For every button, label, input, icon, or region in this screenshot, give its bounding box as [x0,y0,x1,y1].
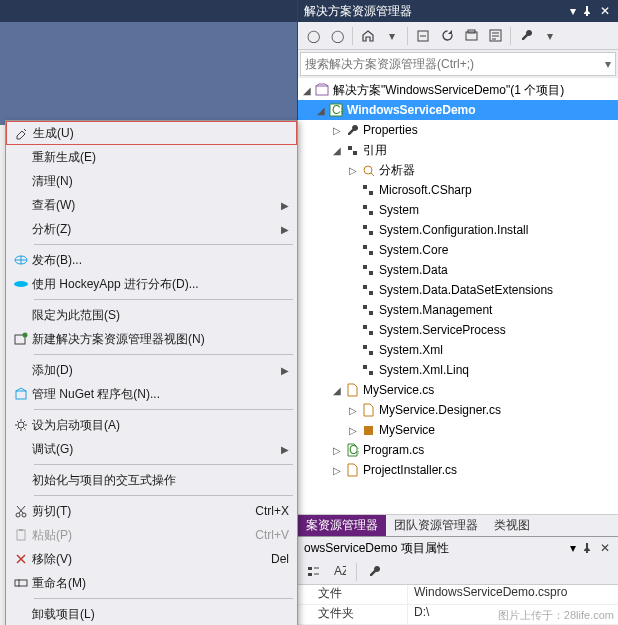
categorize-icon[interactable] [302,561,324,583]
menu-add[interactable]: 添加(D)▶ [6,358,297,382]
menu-scope[interactable]: 限定为此范围(S) [6,303,297,327]
menu-separator [34,299,293,300]
tab-team-explorer[interactable]: 团队资源管理器 [386,515,486,536]
rename-icon [10,573,32,593]
pin-icon[interactable] [580,541,594,555]
solution-node[interactable]: ◢解决方案"WindowsServiceDemo"(1 个项目) [298,80,618,100]
reference-item[interactable]: System.ServiceProcess [298,320,618,340]
reference-item[interactable]: System.Data.DataSetExtensions [298,280,618,300]
expander-icon[interactable]: ▷ [330,445,344,456]
file-node[interactable]: ▷ProjectInstaller.cs [298,460,618,480]
menu-interactive[interactable]: 初始化与项目的交互式操作 [6,468,297,492]
close-icon[interactable]: ✕ [598,541,612,555]
reference-item[interactable]: System.Xml [298,340,618,360]
menu-view[interactable]: 查看(W)▶ [6,193,297,217]
nuget-icon [10,384,32,404]
expander-icon[interactable]: ▷ [346,405,360,416]
reference-item[interactable]: System.Configuration.Install [298,220,618,240]
expander-icon[interactable]: ◢ [300,85,314,96]
svg-rect-16 [369,231,373,235]
svg-text:C#: C# [349,443,359,457]
properties-title: owsServiceDemo 项目属性 [304,540,566,557]
menu-rename[interactable]: 重命名(M) [6,571,297,595]
tab-solution-explorer[interactable]: 案资源管理器 [298,515,386,536]
showall-icon[interactable] [460,25,482,47]
reference-icon [360,342,376,358]
menu-hockeyapp[interactable]: 使用 HockeyApp 进行分布(D)... [6,272,297,296]
properties-icon[interactable] [484,25,506,47]
analyzer-node[interactable]: ▷分析器 [298,160,618,180]
menu-clean[interactable]: 清理(N) [6,169,297,193]
tab-class-view[interactable]: 类视图 [486,515,538,536]
menu-unload[interactable]: 卸载项目(L) [6,602,297,625]
forward-icon[interactable]: ◯ [326,25,348,47]
menu-separator [34,598,293,599]
menu-analyze[interactable]: 分析(Z)▶ [6,217,297,241]
property-key: 文件夹 [298,605,408,624]
build-icon [11,123,33,143]
wrench-icon[interactable] [363,561,385,583]
dropdown-icon[interactable]: ▾ [539,25,561,47]
pin-icon[interactable] [580,4,594,18]
menu-nuget[interactable]: 管理 NuGet 程序包(N)... [6,382,297,406]
separator [407,27,408,45]
collapse-icon[interactable] [412,25,434,47]
menu-publish[interactable]: 发布(B)... [6,248,297,272]
class-icon [360,422,376,438]
reference-icon [360,242,376,258]
refresh-icon[interactable] [436,25,458,47]
svg-rect-17 [363,245,367,249]
home-icon[interactable] [357,25,379,47]
wrench-icon[interactable] [515,25,537,47]
menu-rebuild[interactable]: 重新生成(E) [6,145,297,169]
menu-debug[interactable]: 调试(G)▶ [6,437,297,461]
expander-icon[interactable]: ▷ [346,425,360,436]
svg-rect-29 [363,365,367,369]
dropdown-icon[interactable]: ▾ [570,541,576,555]
project-node[interactable]: ◢C#WindowsServiceDemo [298,100,618,120]
svg-rect-12 [369,191,373,195]
reference-item[interactable]: System.Management [298,300,618,320]
svg-rect-20 [369,271,373,275]
menu-cut[interactable]: 剪切(T)Ctrl+X [6,499,297,523]
alpha-sort-icon[interactable]: AZ [328,561,350,583]
expander-icon[interactable]: ◢ [314,105,328,116]
solution-explorer-panel: 解决方案资源管理器 ▾ ✕ ◯ ◯ ▾ ▾ ▾ ◢解决方案"WindowsSer… [297,0,618,625]
shortcut: Del [271,552,289,566]
expander-icon[interactable]: ▷ [330,465,344,476]
back-icon[interactable]: ◯ [302,25,324,47]
expander-icon[interactable]: ◢ [330,385,344,396]
reference-item[interactable]: System [298,200,618,220]
search-box[interactable]: ▾ [300,52,616,76]
search-input[interactable] [305,57,605,71]
expander-icon[interactable]: ◢ [330,145,344,156]
reference-item[interactable]: System.Data [298,260,618,280]
svg-rect-9 [353,151,357,155]
svg-rect-1 [420,35,426,36]
svg-rect-31 [364,426,373,435]
expander-icon[interactable]: ▷ [346,165,360,176]
svg-rect-22 [369,291,373,295]
sync-icon[interactable]: ▾ [381,25,403,47]
file-node[interactable]: ▷C#Program.cs [298,440,618,460]
menu-remove[interactable]: 移除(V)Del [6,547,297,571]
property-row[interactable]: 文件WindowsServiceDemo.cspro [298,585,618,605]
menu-startup[interactable]: 设为启动项目(A) [6,413,297,437]
properties-node[interactable]: ▷Properties [298,120,618,140]
menu-build[interactable]: 生成(U) [6,121,297,145]
file-node[interactable]: ◢MyService.cs [298,380,618,400]
expander-icon[interactable]: ▷ [330,125,344,136]
close-icon[interactable]: ✕ [598,4,612,18]
submenu-icon: ▶ [281,224,289,235]
reference-icon [360,322,376,338]
references-node[interactable]: ◢引用 [298,140,618,160]
file-node[interactable]: ▷MyService.Designer.cs [298,400,618,420]
dropdown-icon[interactable]: ▾ [570,4,576,18]
reference-item[interactable]: Microsoft.CSharp [298,180,618,200]
class-node[interactable]: ▷MyService [298,420,618,440]
reference-item[interactable]: System.Xml.Linq [298,360,618,380]
reference-item[interactable]: System.Core [298,240,618,260]
menu-new-view[interactable]: 新建解决方案资源管理器视图(N) [6,327,297,351]
svg-rect-40 [16,391,26,399]
search-dropdown-icon[interactable]: ▾ [605,57,611,71]
